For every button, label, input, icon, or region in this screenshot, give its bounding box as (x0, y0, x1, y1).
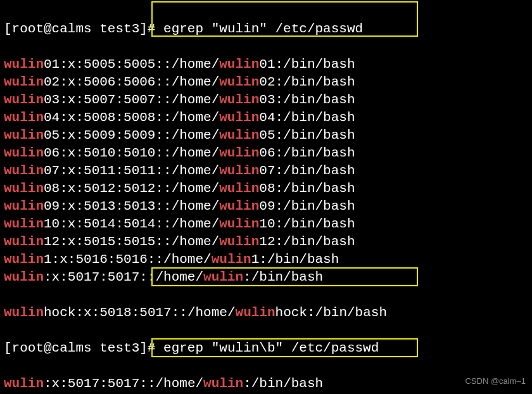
command-line-1[interactable]: [root@calms test3]# egrep "wulin" /etc/p… (4, 20, 528, 38)
output-line: wulin01:x:5005:5005::/home/wulin01:/bin/… (4, 56, 528, 73)
output-line-hock: wulinhock:x:5018:5017::/home/wulinhock:/… (4, 304, 528, 322)
watermark: CSDN @calm–1 (465, 372, 526, 390)
output-line: wulin05:x:5009:5009::/home/wulin05:/bin/… (4, 127, 528, 144)
terminal-output: [root@calms test3]# egrep "wulin" /etc/p… (0, 0, 532, 394)
output-line: wulin1:x:5016:5016::/home/wulin1:/bin/ba… (4, 251, 528, 269)
output-line: wulin10:x:5014:5014::/home/wulin10:/bin/… (4, 215, 528, 233)
output-line: wulin06:x:5010:5010::/home/wulin06:/bin/… (4, 144, 528, 162)
output-line: wulin08:x:5012:5012::/home/wulin08:/bin/… (4, 180, 528, 198)
output-line: wulin03:x:5007:5007::/home/wulin03:/bin/… (4, 91, 528, 109)
output-line: wulin12:x:5015:5015::/home/wulin12:/bin/… (4, 233, 528, 251)
output-line-single-1: wulin:x:5017:5017::/home/wulin:/bin/bash (4, 375, 528, 393)
output-line: wulin07:x:5011:5011::/home/wulin07:/bin/… (4, 162, 528, 180)
output-line: wulin02:x:5006:5006::/home/wulin02:/bin/… (4, 73, 528, 91)
output-line: wulin09:x:5013:5013::/home/wulin09:/bin/… (4, 198, 528, 215)
output-line: wulin04:x:5008:5008::/home/wulin04:/bin/… (4, 109, 528, 127)
command-line-2[interactable]: [root@calms test3]# egrep "wulin\b" /etc… (4, 340, 528, 357)
output-line: wulin:x:5017:5017::/home/wulin:/bin/bash (4, 269, 528, 286)
